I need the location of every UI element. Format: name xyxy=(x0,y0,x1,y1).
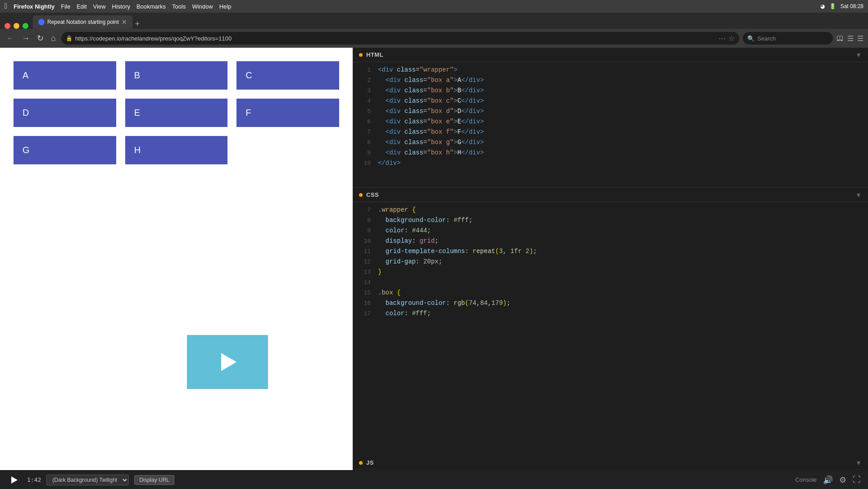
minimize-button[interactable] xyxy=(14,23,19,29)
apple-icon[interactable]:  xyxy=(5,2,7,11)
play-icon xyxy=(11,476,18,484)
box-c: C xyxy=(236,61,339,90)
active-tab[interactable]: Repeat Notation starting point ✕ xyxy=(33,15,132,29)
html-line-8: 8 <div class="box g">G</div> xyxy=(353,137,868,148)
search-bar[interactable]: 🔍 Search xyxy=(743,32,833,45)
tab-bar: Repeat Notation starting point ✕ + xyxy=(0,13,868,29)
sidebar-icon[interactable]: ☰ xyxy=(847,34,854,43)
menu-icon[interactable]: ☰ xyxy=(857,34,863,43)
tab-title: Repeat Notation starting point xyxy=(47,19,119,25)
back-button[interactable]: ← xyxy=(5,34,16,43)
html-line-3: 3 <div class="box b">B</div> xyxy=(353,86,868,96)
fullscreen-icon[interactable]: ⛶ xyxy=(853,475,861,484)
html-line-6: 6 <div class="box e">E</div> xyxy=(353,117,868,127)
bottom-bar: 1:42 (Dark Background) Twilight Display … xyxy=(0,470,868,489)
preview-pane: A B C D E F G H xyxy=(0,48,353,470)
settings-icon[interactable]: ⚙ xyxy=(839,475,846,485)
main-layout: A B C D E F G H HTML ▼ 1 <div class xyxy=(0,48,868,470)
tab-favicon xyxy=(38,19,45,25)
css-line-13: 13 } xyxy=(353,267,868,277)
box-h: H xyxy=(125,136,228,164)
css-line-10: 10 display: grid; xyxy=(353,236,868,246)
lock-icon: 🔒 xyxy=(66,35,73,41)
js-section-header: JS ▼ xyxy=(353,456,868,470)
css-line-14: 14 xyxy=(353,277,868,288)
html-line-9: 9 <div class="box h">H</div> xyxy=(353,148,868,158)
tab-close-icon[interactable]: ✕ xyxy=(122,18,127,26)
more-icon[interactable]: ⋯ xyxy=(718,34,726,43)
css-line-15: 15 .box { xyxy=(353,288,868,298)
wifi-icon: ◕ xyxy=(820,3,825,9)
bottom-right-controls: Console 🔊 ⚙ ⛶ xyxy=(795,475,861,485)
editor-pane: HTML ▼ 1 <div class="wrapper"> 2 <div cl… xyxy=(353,48,868,470)
forward-button[interactable]: → xyxy=(20,34,32,43)
css-line-9: 9 color: #444; xyxy=(353,226,868,236)
html-section-label: HTML xyxy=(366,51,383,58)
css-line-7: 7 .wrapper { xyxy=(353,205,868,215)
browser-chrome: Repeat Notation starting point ✕ + ← → ↻… xyxy=(0,13,868,48)
js-section-expand-icon[interactable]: ▼ xyxy=(855,459,862,466)
html-section-header: HTML ▼ xyxy=(353,48,868,62)
search-text: Search xyxy=(757,35,776,42)
html-section-expand-icon[interactable]: ▼ xyxy=(855,51,862,59)
html-line-7: 7 <div class="box f">F</div> xyxy=(353,127,868,137)
battery-icon: 🔋 xyxy=(829,3,836,9)
html-line-4: 4 <div class="box c">C</div> xyxy=(353,96,868,106)
box-b: B xyxy=(125,61,228,90)
menubar-edit[interactable]: Edit xyxy=(77,3,86,10)
menubar:  Firefox Nightly File Edit View History… xyxy=(0,0,868,13)
home-button[interactable]: ⌂ xyxy=(49,34,58,43)
clock-display: Sat 08:28 xyxy=(841,3,863,9)
html-line-5: 5 <div class="box d">D</div> xyxy=(353,106,868,117)
display-url-button[interactable]: Display URL xyxy=(134,475,174,485)
css-code-area[interactable]: 7 .wrapper { 8 background-color: #fff; 9… xyxy=(353,202,868,359)
menubar-window[interactable]: Window xyxy=(192,3,213,10)
theme-selector[interactable]: (Dark Background) Twilight xyxy=(46,475,129,485)
play-triangle-icon xyxy=(221,353,236,371)
css-section-expand-icon[interactable]: ▼ xyxy=(855,191,862,199)
new-tab-button[interactable]: + xyxy=(135,19,140,29)
html-section: HTML ▼ 1 <div class="wrapper"> 2 <div cl… xyxy=(353,48,868,187)
grid-demo: A B C D E F G H xyxy=(0,48,353,178)
address-bar[interactable]: 🔒 https://codepen.io/rachelandrew/pres/q… xyxy=(61,32,739,45)
search-icon: 🔍 xyxy=(747,35,754,42)
box-f: F xyxy=(236,99,339,127)
css-section-dot xyxy=(359,193,363,197)
menubar-bookmarks[interactable]: Bookmarks xyxy=(136,3,166,10)
css-line-12: 12 grid-gap: 20px; xyxy=(353,257,868,267)
play-pause-button[interactable] xyxy=(7,473,22,487)
css-line-16: 16 background-color: rgb(74,84,179); xyxy=(353,298,868,308)
css-line-17: 17 color: #fff; xyxy=(353,308,868,319)
console-label[interactable]: Console xyxy=(795,476,817,483)
menubar-app-name: Firefox Nightly xyxy=(14,3,55,10)
menubar-help[interactable]: Help xyxy=(219,3,232,10)
reload-button[interactable]: ↻ xyxy=(35,33,45,43)
css-section-label: CSS xyxy=(366,191,379,198)
menubar-tools[interactable]: Tools xyxy=(172,3,186,10)
box-a: A xyxy=(14,61,116,90)
reader-icon[interactable]: 🕮 xyxy=(836,34,844,42)
css-line-8: 8 background-color: #fff; xyxy=(353,215,868,226)
js-section-label: JS xyxy=(366,459,374,466)
toolbar-right: 🕮 ☰ ☰ xyxy=(836,34,863,43)
play-button-overlay[interactable] xyxy=(187,335,268,389)
bookmark-star-icon[interactable]: ☆ xyxy=(728,34,735,43)
menubar-history[interactable]: History xyxy=(112,3,130,10)
js-section-dot xyxy=(359,461,363,465)
css-line-11: 11 grid-template-columns: repeat(3, 1fr … xyxy=(353,246,868,257)
html-line-10: 10 </div> xyxy=(353,158,868,168)
traffic-lights xyxy=(5,23,28,29)
box-g: G xyxy=(14,136,116,164)
menubar-file[interactable]: File xyxy=(61,3,70,10)
html-line-1: 1 <div class="wrapper"> xyxy=(353,65,868,75)
html-code-area[interactable]: 1 <div class="wrapper"> 2 <div class="bo… xyxy=(353,62,868,187)
css-section-header: CSS ▼ xyxy=(353,188,868,202)
close-button[interactable] xyxy=(5,23,10,29)
box-e: E xyxy=(125,99,228,127)
fullscreen-button[interactable] xyxy=(23,23,28,29)
volume-icon[interactable]: 🔊 xyxy=(823,475,833,485)
address-extra-icons: ⋯ ☆ xyxy=(718,34,735,43)
html-line-2: 2 <div class="box a">A</div> xyxy=(353,75,868,86)
css-section: CSS ▼ 7 .wrapper { 8 background-color: #… xyxy=(353,188,868,359)
menubar-view[interactable]: View xyxy=(93,3,106,10)
